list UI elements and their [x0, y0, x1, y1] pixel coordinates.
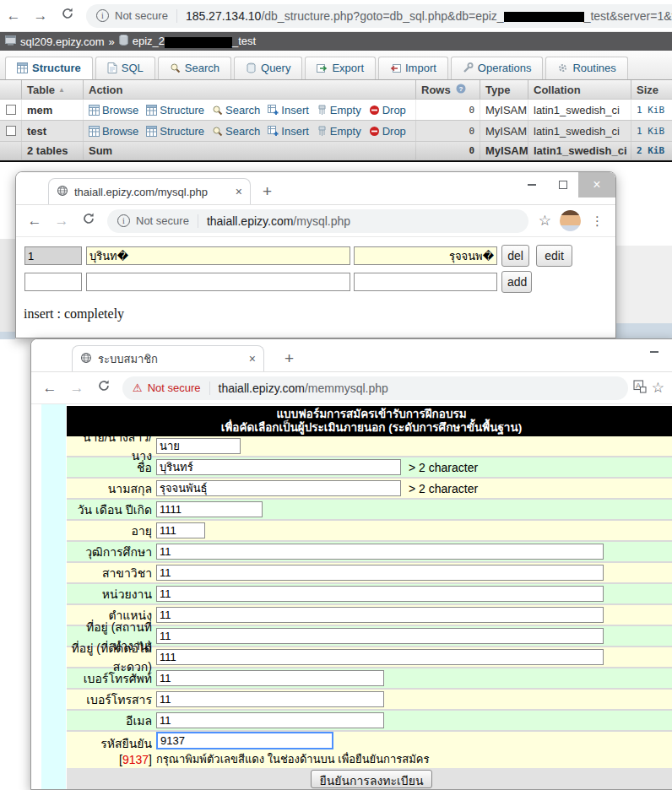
- field-input[interactable]: [156, 586, 604, 602]
- field-input[interactable]: [156, 522, 205, 538]
- pma-tab-query[interactable]: Query: [234, 57, 302, 79]
- svg-text:?: ?: [458, 84, 463, 92]
- record-name-field[interactable]: [86, 246, 350, 265]
- breadcrumb-database[interactable]: epiz_2_test: [133, 35, 257, 47]
- info-icon[interactable]: i: [96, 9, 109, 22]
- reload-icon[interactable]: [90, 379, 117, 397]
- new-surname-field[interactable]: [354, 273, 497, 291]
- db-redaction-box: [165, 37, 232, 48]
- column-header-rows: Rows?: [416, 80, 480, 99]
- browser-toolbar: ← → ⚠ Not secure thaiall.epizy.com/memmy…: [31, 371, 672, 404]
- minimize-button[interactable]: [516, 172, 547, 198]
- not-secure-label: Not secure: [115, 9, 168, 22]
- browse-link[interactable]: Browse: [89, 104, 138, 116]
- new-id-field[interactable]: [24, 273, 82, 291]
- insert-link[interactable]: Insert: [268, 125, 309, 138]
- field-input[interactable]: [156, 607, 604, 623]
- new-tab-button[interactable]: +: [263, 182, 272, 201]
- forward-icon[interactable]: →: [27, 8, 54, 24]
- pma-tab-label: Structure: [32, 62, 81, 74]
- phpmyadmin-window: ← → i Not secure 185.27.134.10/db_struct…: [0, 0, 672, 160]
- back-icon[interactable]: ←: [36, 380, 63, 397]
- breadcrumb-separator: »: [108, 35, 114, 48]
- drop-link[interactable]: Drop: [369, 104, 406, 116]
- field-input[interactable]: [156, 712, 384, 728]
- field-input[interactable]: [156, 501, 263, 517]
- url-redaction-box: [504, 12, 584, 22]
- new-name-field[interactable]: [86, 273, 350, 291]
- pma-tab-import[interactable]: Import: [378, 57, 448, 79]
- edit-button[interactable]: edit: [536, 245, 572, 267]
- field-input[interactable]: [156, 649, 604, 665]
- back-icon[interactable]: ←: [0, 8, 27, 24]
- tab-mysql-page[interactable]: thaiall.epizy.com/mysql.php ×: [48, 178, 251, 204]
- record-surname-field[interactable]: [354, 246, 497, 265]
- sum-label-cell: Sum: [84, 142, 416, 160]
- minimize-button[interactable]: [638, 339, 669, 365]
- empty-link[interactable]: Empty: [317, 125, 361, 138]
- operations-icon: [463, 62, 474, 73]
- field-input[interactable]: [156, 628, 604, 644]
- record-id-field[interactable]: [24, 246, 82, 265]
- search-link[interactable]: Search: [212, 125, 260, 138]
- breadcrumb-server[interactable]: sql209.epizy.com: [20, 35, 104, 48]
- info-icon[interactable]: i: [117, 214, 130, 227]
- pma-tab-export[interactable]: Export: [305, 57, 376, 79]
- row-checkbox[interactable]: [6, 126, 16, 136]
- confirm-code-input[interactable]: [156, 732, 333, 749]
- pma-tab-sql[interactable]: SQL: [95, 57, 155, 79]
- maximize-button[interactable]: [547, 172, 578, 198]
- field-control: [156, 691, 384, 707]
- empty-link[interactable]: Empty: [317, 104, 361, 116]
- browse-icon: [89, 105, 100, 116]
- field-input[interactable]: [156, 459, 401, 475]
- search-link[interactable]: Search: [212, 104, 260, 116]
- tab-member-page[interactable]: ระบบสมาชิก ×: [72, 345, 264, 371]
- back-icon[interactable]: ←: [21, 213, 48, 230]
- structure-link[interactable]: Structure: [146, 125, 204, 138]
- field-input[interactable]: [156, 691, 384, 707]
- field-input[interactable]: [156, 544, 604, 560]
- bookmark-star-icon[interactable]: ☆: [652, 379, 664, 397]
- structure-link[interactable]: Structure: [146, 104, 204, 116]
- engine-type-cell: MyISAM: [480, 121, 528, 141]
- new-tab-button[interactable]: +: [285, 349, 294, 368]
- close-tab-icon[interactable]: ×: [236, 185, 242, 198]
- close-button[interactable]: ×: [578, 172, 615, 198]
- help-icon[interactable]: ?: [456, 84, 466, 96]
- close-tab-icon[interactable]: ×: [249, 352, 256, 365]
- browser-menu-icon[interactable]: ⋮: [591, 214, 604, 229]
- field-input[interactable]: [156, 670, 384, 686]
- bookmark-star-icon[interactable]: ☆: [539, 212, 551, 230]
- field-input[interactable]: [156, 438, 241, 454]
- address-bar[interactable]: i Not secure thaiall.epizy.com/mysql.php: [107, 209, 528, 233]
- translate-icon[interactable]: A: [633, 380, 647, 397]
- row-checkbox[interactable]: [6, 105, 16, 115]
- form-row: สาขาวิชา: [67, 563, 672, 584]
- reload-icon[interactable]: [54, 7, 81, 24]
- drop-link[interactable]: Drop: [369, 125, 406, 138]
- browse-link[interactable]: Browse: [89, 125, 138, 138]
- reload-icon[interactable]: [75, 212, 102, 230]
- address-bar[interactable]: ⚠ Not secure thaiall.epizy.com/memmysql.…: [122, 376, 628, 400]
- field-label: เบอร์โทรสาร: [67, 690, 156, 709]
- field-input[interactable]: [156, 565, 604, 581]
- pma-tab-routines[interactable]: Routines: [545, 57, 627, 79]
- delete-button[interactable]: del: [501, 245, 529, 267]
- add-button[interactable]: add: [501, 271, 532, 293]
- submit-button[interactable]: ยืนยันการลงทะเบียน: [311, 770, 431, 788]
- table-name-cell[interactable]: mem: [22, 100, 84, 120]
- column-header-table[interactable]: Table▲: [22, 80, 84, 99]
- form-row: อีเมล: [67, 711, 672, 732]
- address-bar[interactable]: i Not secure 185.27.134.10/db_structure.…: [86, 4, 672, 28]
- table-name-cell[interactable]: test: [22, 121, 84, 141]
- profile-avatar[interactable]: [560, 210, 581, 231]
- pma-tab-search[interactable]: Search: [158, 57, 231, 79]
- field-input[interactable]: [156, 480, 401, 496]
- tab-strip: ระบบสมาชิก × +: [31, 339, 672, 371]
- pma-tab-operations[interactable]: Operations: [451, 57, 544, 79]
- pma-tab-structure[interactable]: Structure: [5, 57, 93, 79]
- sum-size-cell: 2 KiB: [631, 142, 672, 160]
- insert-link[interactable]: Insert: [268, 104, 309, 116]
- browser-toolbar: ← → i Not secure 185.27.134.10/db_struct…: [0, 0, 672, 32]
